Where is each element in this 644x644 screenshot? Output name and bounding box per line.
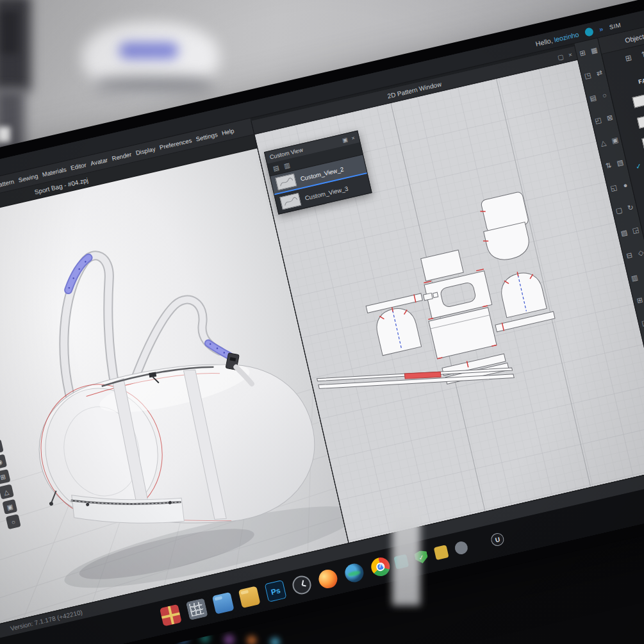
check-icon: ✓ bbox=[635, 161, 644, 172]
blurred-dock-icon bbox=[246, 634, 258, 644]
menu-item[interactable]: Sewing bbox=[17, 172, 38, 184]
viewport-tool-icon[interactable]: ◉ bbox=[0, 454, 7, 470]
taskbar-icon-folder-yellow[interactable] bbox=[238, 586, 261, 608]
menu-item[interactable]: Pattern bbox=[0, 178, 15, 189]
taskbar-icon-firefox[interactable] bbox=[317, 568, 340, 590]
viewport-tool-icon[interactable]: △ bbox=[0, 484, 14, 499]
panel-tool-icon[interactable]: ⇅ bbox=[641, 49, 644, 60]
taskbar-icon-gift[interactable] bbox=[160, 604, 182, 627]
menu-item[interactable]: Editor bbox=[70, 161, 87, 171]
custom-view-tool-icon[interactable]: ▥ bbox=[283, 161, 291, 170]
menu-item[interactable]: Avatar bbox=[90, 156, 108, 167]
fabric-section-header: FABRIC bbox=[638, 74, 644, 85]
taskbar-icon-clock[interactable] bbox=[291, 574, 313, 597]
menu-item[interactable]: Help bbox=[221, 127, 235, 136]
window-control-icon[interactable]: ▢ bbox=[557, 53, 565, 61]
tool-icon[interactable]: ⊞ bbox=[632, 292, 644, 309]
background-bag-strap-blur bbox=[119, 42, 178, 59]
background-blur bbox=[0, 127, 10, 142]
viewport-tool-icon[interactable]: ▣ bbox=[2, 499, 17, 515]
blurred-dock-icon bbox=[269, 636, 281, 644]
tray-icon-u-badge[interactable]: U bbox=[490, 532, 505, 547]
panel-header-icon[interactable]: × bbox=[351, 135, 355, 142]
menu-item[interactable]: Materials bbox=[42, 166, 67, 178]
username: leozinho bbox=[554, 30, 580, 43]
menu-item[interactable]: Preferences bbox=[159, 136, 192, 151]
panel-tool-icon[interactable]: ⊞ bbox=[624, 53, 632, 63]
simulate-label[interactable]: SIM bbox=[609, 21, 622, 31]
photo-of-monitor: Hello, leozinho » SIM PatternSewingMater… bbox=[0, 0, 644, 644]
blurred-dock-icon bbox=[222, 633, 235, 644]
custom-view-tool-icon[interactable]: ▤ bbox=[272, 164, 280, 172]
view-thumbnail bbox=[275, 174, 297, 190]
fabric-swatch-color bbox=[632, 92, 644, 108]
menu-item[interactable]: Render bbox=[111, 151, 132, 162]
background-blur bbox=[0, 0, 31, 91]
fabric-swatch-color bbox=[641, 133, 644, 149]
taskbar-icon-files-blue[interactable] bbox=[212, 592, 235, 615]
window-control-icon[interactable]: × bbox=[568, 51, 573, 58]
taskbar-icon-globe[interactable] bbox=[343, 562, 365, 584]
taskbar-icon-calculator[interactable] bbox=[186, 598, 208, 620]
menu-item[interactable]: Settings bbox=[195, 131, 219, 142]
taskbar-icon-photoshop[interactable]: Ps bbox=[265, 580, 287, 602]
background-blur bbox=[95, 76, 213, 95]
viewport-tool-icon[interactable]: ⊞ bbox=[0, 469, 11, 484]
tray-icon-yellow-app[interactable] bbox=[434, 545, 449, 560]
greeting-text: Hello, leozinho bbox=[535, 30, 580, 47]
background-blur bbox=[1, 12, 18, 54]
background-bag-blur bbox=[82, 22, 219, 94]
fabric-swatch-color bbox=[637, 113, 644, 129]
monitor-screen: Hello, leozinho » SIM PatternSewingMater… bbox=[0, 0, 644, 644]
panel-header-icon[interactable]: ▣ bbox=[342, 136, 349, 144]
menu-item[interactable]: Display bbox=[135, 145, 156, 157]
tray-icon-gray-app[interactable] bbox=[454, 540, 469, 556]
fabric-swatch-row[interactable]: ✓ ##fab bbox=[612, 68, 644, 117]
account-icon[interactable] bbox=[584, 27, 594, 37]
screen-reflection bbox=[392, 509, 420, 606]
chevrons-icon[interactable]: » bbox=[599, 25, 604, 33]
view-thumbnail bbox=[279, 193, 301, 210]
